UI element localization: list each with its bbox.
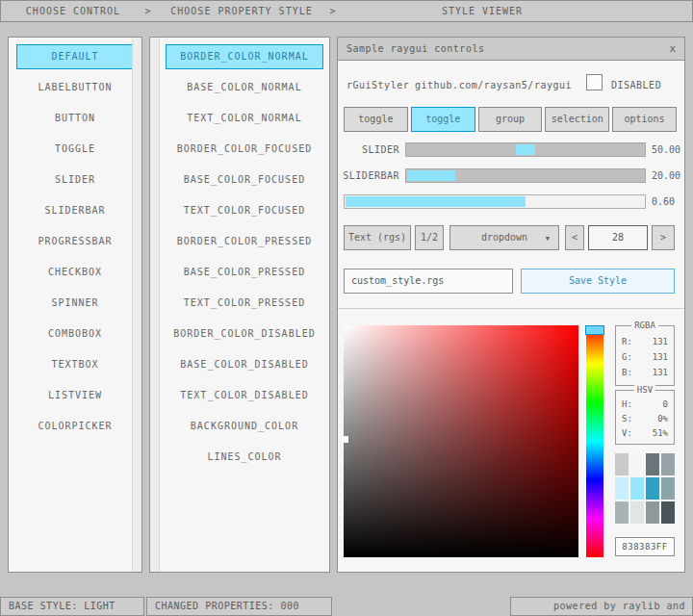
progressbar-value: 0.60 [652, 196, 675, 207]
app-name-label: rGuiStyler [346, 80, 409, 90]
rgba-red-value: 131 [653, 337, 668, 346]
color-picker-sv-square[interactable] [344, 325, 578, 557]
property-item-border-color-disabled[interactable]: BORDER_COLOR_DISABLED [166, 321, 323, 346]
control-item-toggle[interactable]: TOGGLE [16, 137, 134, 162]
sliderbar-value: 20.00 [652, 170, 680, 181]
breadcrumb-separator-icon: > [141, 6, 155, 16]
property-item-background-color[interactable]: BACKGROUND_COLOR [166, 414, 323, 439]
hsv-group: HSV H: 0 S: 0% V: 51% [615, 390, 675, 445]
save-style-button[interactable]: Save Style [521, 269, 675, 294]
properties-list-panel: BORDER_COLOR_NORMAL BASE_COLOR_NORMAL TE… [149, 37, 330, 573]
control-item-sliderbar[interactable]: SLIDERBAR [16, 198, 134, 223]
property-item-text-color-normal[interactable]: TEXT_COLOR_NORMAL [166, 106, 323, 131]
style-swatch [646, 453, 659, 475]
hsv-value-row: V: 51% [622, 428, 668, 438]
style-swatch [630, 453, 644, 475]
rguistyler-app: CHOOSE CONTROL > CHOOSE PROPERTY STYLE >… [0, 0, 693, 616]
properties-list-scrollbar[interactable] [150, 38, 160, 572]
disabled-checkbox[interactable] [586, 74, 603, 90]
nav-style-viewer: STYLE VIEWER [347, 6, 617, 16]
style-color-grid [615, 453, 675, 524]
sliderbar-fill [407, 170, 455, 181]
status-changed-properties: CHANGED PROPERTIES: 000 [146, 597, 332, 616]
property-item-text-color-disabled[interactable]: TEXT_COLOR_DISABLED [166, 383, 323, 408]
hsv-saturation-value: 0% [657, 414, 668, 424]
rgba-blue-label: B: [622, 368, 632, 377]
dropdown-label: dropdown [481, 232, 527, 243]
repo-link[interactable]: github.com/raysan5/raygui [415, 80, 572, 90]
control-item-textbox[interactable]: TEXTBOX [16, 352, 134, 377]
hsv-saturation-label: S: [622, 414, 632, 424]
toggle-button-options[interactable]: options [612, 107, 677, 132]
rgba-green-row: G: 131 [622, 352, 668, 362]
sliderbar-label: SLIDERBAR [338, 170, 399, 181]
slider[interactable] [405, 142, 646, 157]
hue-cursor[interactable] [585, 325, 604, 335]
toggle-button-selection[interactable]: selection [545, 107, 609, 132]
control-item-combobox[interactable]: COMBOBOX [16, 321, 134, 346]
value-box[interactable]: 28 [588, 225, 648, 250]
breadcrumb-separator-icon: > [326, 6, 340, 16]
style-swatch [615, 453, 629, 475]
control-item-slider[interactable]: SLIDER [16, 167, 134, 192]
progressbar-fill [346, 196, 526, 207]
controls-list-panel: DEFAULT LABELBUTTON BUTTON TOGGLE SLIDER… [8, 37, 142, 573]
property-item-border-color-focused[interactable]: BORDER_COLOR_FOCUSED [166, 137, 323, 162]
style-swatch [661, 477, 675, 500]
hue-bar[interactable] [586, 325, 603, 557]
toggle-button-group[interactable]: group [478, 107, 543, 132]
style-swatch [615, 501, 629, 524]
control-item-button[interactable]: BUTTON [16, 106, 134, 131]
window-body: rGuiStyler github.com/raysan5/raygui DIS… [338, 61, 684, 572]
rgba-blue-value: 131 [653, 368, 668, 377]
control-item-spinner[interactable]: SPINNER [16, 291, 134, 316]
control-item-default[interactable]: DEFAULT [16, 44, 134, 69]
rgba-blue-row: B: 131 [622, 368, 668, 377]
property-item-border-color-pressed[interactable]: BORDER_COLOR_PRESSED [166, 229, 323, 254]
control-item-listview[interactable]: LISTVIEW [16, 383, 134, 408]
text-rgs-toggle[interactable]: Text (rgs) [344, 225, 411, 250]
control-item-colorpicker[interactable]: COLORPICKER [16, 414, 134, 439]
filename-input[interactable]: custom_style.rgs [344, 269, 513, 294]
property-item-base-color-pressed[interactable]: BASE_COLOR_PRESSED [166, 260, 323, 285]
property-item-border-color-normal[interactable]: BORDER_COLOR_NORMAL [166, 44, 323, 69]
controls-list-scrollbar[interactable] [132, 38, 141, 572]
half-size-toggle[interactable]: 1/2 [415, 225, 444, 250]
style-swatch [646, 477, 659, 500]
disabled-label: DISABLED [611, 80, 661, 90]
style-swatch [646, 501, 659, 524]
value-increment-button[interactable]: > [652, 225, 675, 250]
toggle-button-1[interactable]: toggle [344, 107, 408, 132]
style-swatch [661, 453, 675, 475]
property-item-base-color-disabled[interactable]: BASE_COLOR_DISABLED [166, 352, 323, 377]
property-item-base-color-normal[interactable]: BASE_COLOR_NORMAL [166, 75, 323, 100]
status-base-style: BASE STYLE: LIGHT [0, 597, 144, 616]
value-decrement-button[interactable]: < [565, 225, 584, 250]
section-divider [338, 308, 684, 309]
style-swatch [630, 501, 644, 524]
dropdown-box[interactable]: dropdown ▼ [449, 225, 559, 250]
control-item-checkbox[interactable]: CHECKBOX [16, 260, 134, 285]
style-swatch [661, 501, 675, 524]
property-item-base-color-focused[interactable]: BASE_COLOR_FOCUSED [166, 167, 323, 192]
style-viewer-window: Sample raygui controls x rGuiStyler gith… [337, 37, 685, 573]
control-item-labelbutton[interactable]: LABELBUTTON [16, 75, 134, 100]
style-swatch [630, 477, 644, 500]
property-item-lines-color[interactable]: LINES_COLOR [166, 445, 323, 470]
top-nav-bar: CHOOSE CONTROL > CHOOSE PROPERTY STYLE >… [0, 0, 693, 22]
window-title-bar[interactable]: Sample raygui controls x [338, 38, 684, 61]
color-picker-cursor[interactable] [342, 436, 348, 443]
toggle-button-2[interactable]: toggle [411, 107, 475, 132]
property-item-text-color-focused[interactable]: TEXT_COLOR_FOCUSED [166, 198, 323, 223]
control-item-progressbar[interactable]: PROGRESSBAR [16, 229, 134, 254]
nav-choose-property-style: CHOOSE PROPERTY STYLE [160, 6, 323, 16]
sliderbar[interactable] [405, 168, 646, 183]
slider-value: 50.00 [652, 144, 680, 155]
close-icon[interactable]: x [669, 42, 676, 55]
toggle-group: toggle toggle group selection options [344, 107, 677, 132]
property-item-text-color-pressed[interactable]: TEXT_COLOR_PRESSED [166, 291, 323, 316]
slider-handle[interactable] [516, 144, 535, 155]
nav-choose-control: CHOOSE CONTROL [1, 6, 145, 16]
hex-value-box[interactable]: 838383FF [615, 537, 675, 556]
rgba-green-value: 131 [653, 352, 668, 362]
